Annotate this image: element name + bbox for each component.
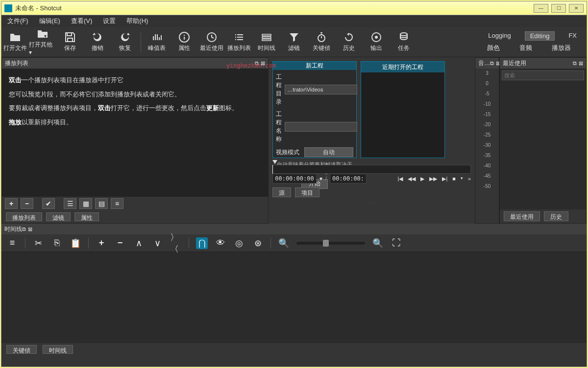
toolbar-disc[interactable]: 输出: [363, 28, 390, 56]
preview-tab-源[interactable]: 源: [272, 187, 291, 197]
disc-icon: [370, 31, 382, 43]
toolbar-save[interactable]: 保存: [56, 28, 84, 56]
stopwatch-icon: [316, 31, 327, 43]
redo-icon: [119, 31, 131, 43]
project-name-input[interactable]: [285, 122, 357, 132]
mode-音频[interactable]: 音频: [519, 44, 532, 52]
forward-button[interactable]: ▶▶: [429, 176, 437, 182]
clock-icon: [206, 31, 218, 43]
bottom-tab-关键侦[interactable]: 关键侦: [6, 345, 37, 354]
menu-帮助(H)[interactable]: 帮助(H): [124, 16, 150, 26]
rewind-button[interactable]: ◀◀: [408, 176, 416, 182]
timeline-tracks[interactable]: [1, 252, 587, 343]
minimize-button[interactable]: —: [534, 4, 548, 13]
menu-编辑(E)[interactable]: 编辑(E): [37, 16, 62, 26]
timecode-total: 00:00:00:: [330, 174, 367, 184]
mode-颜色[interactable]: 颜色: [487, 44, 500, 52]
menu-button[interactable]: ≡: [111, 198, 123, 209]
panel-close-icon[interactable]: ⊠: [28, 226, 32, 232]
zoom-slider[interactable]: [296, 242, 365, 245]
playlist-tab-播放列表[interactable]: 播放列表: [6, 212, 42, 221]
view-grid-button[interactable]: ▦: [79, 198, 92, 209]
tl-menu-button[interactable]: ≡: [6, 237, 18, 249]
snap-button[interactable]: ⋂: [196, 237, 208, 249]
playlist-panel: 播放列表 ⧉ ⊠ 双击一个播放列表项目在播放器中打开它您可以预览片段，而不必将它…: [1, 57, 269, 224]
panel-popout-icon[interactable]: ⧉: [22, 226, 26, 232]
panel-popout-icon[interactable]: ⧉: [490, 60, 494, 67]
stack-icon: [398, 31, 410, 43]
menu-设置[interactable]: 设置: [101, 16, 118, 26]
menu-查看(V)[interactable]: 查看(V): [69, 16, 94, 26]
folder-icon: [9, 31, 21, 43]
zoom-fit-button[interactable]: ⛶: [391, 237, 402, 249]
mode-logging[interactable]: Logging: [483, 31, 515, 41]
menu-文件(F)[interactable]: 文件(F): [5, 16, 30, 26]
mode-播放器[interactable]: 播放器: [552, 44, 571, 52]
mode-fx[interactable]: FX: [564, 31, 582, 41]
add-button[interactable]: +: [5, 198, 18, 209]
delete-button[interactable]: −: [114, 237, 126, 249]
insert-button[interactable]: ∨: [151, 237, 163, 249]
more-button[interactable]: »: [468, 176, 471, 182]
remove-button[interactable]: −: [21, 198, 33, 209]
toolbar-clock[interactable]: 最近使用: [198, 28, 225, 56]
timecode-current[interactable]: 00:00:00:00: [272, 174, 316, 184]
close-button[interactable]: ✕: [569, 4, 584, 13]
main-toolbar: 打开文件▾打开其他 ▾保存撤销恢复峰值表属性最近使用播放列表时间线滤镜关键侦历史…: [1, 27, 587, 57]
recent-search-input[interactable]: [502, 70, 584, 80]
scrub-bar[interactable]: [269, 160, 475, 172]
toolbar-history[interactable]: 历史: [335, 28, 363, 56]
skip-start-button[interactable]: |◀: [398, 176, 403, 182]
svg-text:▾: ▾: [44, 33, 47, 39]
toolbar-list[interactable]: 播放列表: [225, 28, 253, 56]
skip-end-button[interactable]: ▶|: [442, 176, 447, 182]
toolbar-stopwatch[interactable]: 关键侦: [308, 28, 335, 56]
maximize-button[interactable]: ☐: [551, 4, 566, 13]
stop-button[interactable]: ■: [452, 176, 456, 182]
history-icon: [343, 31, 355, 43]
check-button[interactable]: ✔: [42, 198, 55, 209]
recent-tab-历史[interactable]: 历史: [544, 211, 568, 221]
project-dir-input[interactable]: [285, 85, 357, 94]
toolbar-folder-plus[interactable]: ▾打开其他 ▾: [29, 28, 56, 56]
copy-button[interactable]: ⎘: [51, 237, 63, 249]
timeline-panel-header: 时间线 ⧉⊠: [1, 224, 587, 234]
meter-icon: [151, 31, 163, 43]
zoom-out-button[interactable]: 🔍: [278, 237, 290, 249]
recent-tab-最近使用[interactable]: 最近使用: [504, 211, 540, 221]
append-button[interactable]: +: [96, 237, 107, 249]
playlist-tab-滤镜[interactable]: 滤镜: [46, 212, 71, 221]
ripple-all-button[interactable]: ⊛: [252, 237, 264, 249]
panel-popout-icon[interactable]: ⧉: [573, 60, 577, 67]
toolbar-undo[interactable]: 撤销: [84, 28, 111, 56]
save-icon: [64, 31, 76, 43]
toolbar-timeline[interactable]: 时间线: [253, 28, 280, 56]
play-button[interactable]: ▶: [420, 176, 424, 182]
scrub-button[interactable]: 👁: [215, 237, 226, 249]
undo-icon: [92, 31, 103, 43]
split-button[interactable]: 〉〈: [170, 237, 182, 249]
recent-projects-header: 近期打开的工程: [361, 62, 444, 72]
panel-close-icon[interactable]: ⊠: [579, 60, 583, 67]
video-mode-select[interactable]: 自动: [304, 147, 353, 157]
toolbar-meter[interactable]: 峰值表: [143, 28, 171, 56]
toolbar-folder[interactable]: 打开文件: [1, 28, 29, 56]
mode-editing[interactable]: Editing: [525, 31, 555, 41]
toolbar-redo[interactable]: 恢复: [111, 28, 139, 56]
playlist-tab-属性[interactable]: 属性: [74, 212, 99, 221]
view-detail-button[interactable]: ▤: [95, 198, 108, 209]
preview-tab-项目[interactable]: 项目: [295, 187, 319, 197]
bottom-tab-时间线[interactable]: 时间线: [43, 345, 73, 354]
zoom-in-button[interactable]: 🔍: [372, 237, 384, 249]
timecode-dropdown-icon[interactable]: ▾: [319, 175, 322, 182]
list-icon: [233, 31, 245, 43]
ripple-button[interactable]: ◎: [233, 237, 245, 249]
view-list-button[interactable]: ☰: [64, 198, 76, 209]
lift-button[interactable]: ∧: [133, 237, 145, 249]
toolbar-stack[interactable]: 任务: [390, 28, 417, 56]
playhead-icon[interactable]: [272, 160, 277, 164]
toolbar-info[interactable]: 属性: [171, 28, 198, 56]
paste-button[interactable]: 📋: [70, 237, 81, 249]
toolbar-filter[interactable]: 滤镜: [280, 28, 308, 56]
cut-button[interactable]: ✂: [32, 237, 44, 249]
